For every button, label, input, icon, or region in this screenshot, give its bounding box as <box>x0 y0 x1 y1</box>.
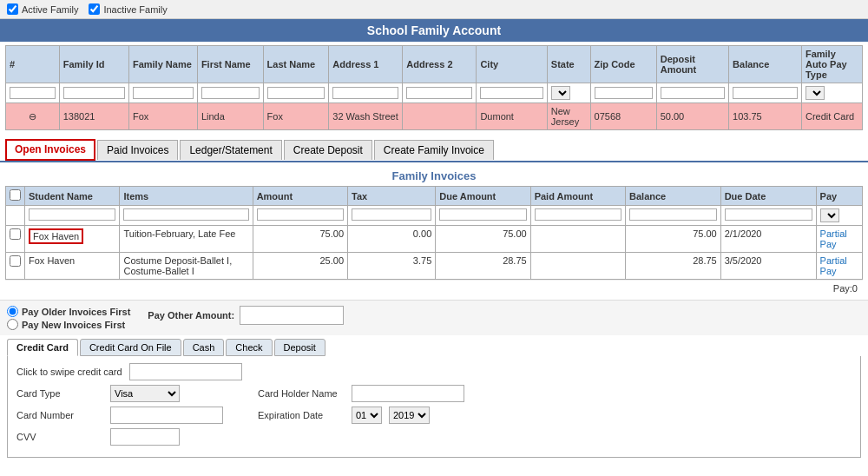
pay-total: Pay:0 <box>833 283 858 294</box>
col-tax: Tax <box>348 187 436 206</box>
filter-deposit[interactable] <box>661 87 725 99</box>
invoices-table: Student Name Items Amount Tax Due Amount… <box>5 186 863 280</box>
pay-order-options: Pay Older Invoices First Pay New Invoice… <box>7 306 130 330</box>
row-state: New Jersey <box>547 103 590 130</box>
filter-autopay[interactable] <box>806 86 825 100</box>
family-table: # Family Id Family Name First Name Last … <box>5 45 863 130</box>
tab-open-invoices[interactable]: Open Invoices <box>5 139 95 161</box>
filter-due-date[interactable] <box>725 208 812 221</box>
filter-family-id[interactable] <box>63 87 125 99</box>
filter-first-name[interactable] <box>201 87 260 99</box>
pay-new-first-radio[interactable] <box>7 319 18 330</box>
col-balance: Balance <box>729 46 802 83</box>
filter-student-name[interactable] <box>29 208 115 221</box>
card-number-input[interactable] <box>110 407 223 424</box>
filter-due-amount[interactable] <box>439 208 526 221</box>
card-number-label: Card Number <box>16 410 103 420</box>
pay-total-row: Pay:0 <box>5 280 863 296</box>
card-holder-input[interactable] <box>352 385 464 402</box>
col-city: City <box>477 46 547 83</box>
col-student-name: Student Name <box>25 187 120 206</box>
main-table-wrap: # Family Id Family Name First Name Last … <box>0 42 868 134</box>
swipe-label: Click to swipe credit card <box>16 367 122 377</box>
filter-state[interactable] <box>551 86 570 100</box>
payment-tab-check[interactable]: Check <box>226 339 272 356</box>
active-family-checkbox[interactable] <box>7 3 18 15</box>
partial-pay-link-1[interactable]: Partial Pay <box>820 255 847 276</box>
filter-tax[interactable] <box>352 208 431 221</box>
col-zip: Zip Code <box>590 46 656 83</box>
filter-pay[interactable] <box>820 208 839 222</box>
card-type-row: Card Type Visa MasterCard Amex Discover <box>16 385 223 402</box>
select-all-checkbox[interactable] <box>10 189 21 201</box>
row-family-id: 138021 <box>59 103 128 130</box>
payment-options-section: Pay Older Invoices First Pay New Invoice… <box>0 300 868 335</box>
col-address1: Address 1 <box>329 46 403 83</box>
filter-hash[interactable] <box>10 87 56 99</box>
page-title: School Family Account <box>0 19 868 42</box>
td-items: Tuition-February, Late Fee <box>120 226 253 253</box>
filter-balance[interactable] <box>733 87 798 99</box>
pay-older-first-text: Pay Older Invoices First <box>22 307 130 317</box>
inactive-family-checkbox-label[interactable]: Inactive Family <box>89 3 167 15</box>
exp-month-select[interactable]: 01020304 05060708 09101112 <box>352 407 382 424</box>
card-type-label: Card Type <box>16 388 103 399</box>
active-family-checkbox-label[interactable]: Active Family <box>7 3 78 15</box>
filter-family-name[interactable] <box>133 87 194 99</box>
card-holder-label: Card Holder Name <box>258 388 345 399</box>
tab-paid-invoices[interactable]: Paid Invoices <box>97 140 178 160</box>
row-autopay: Credit Card <box>801 103 862 130</box>
td-balance: 75.00 <box>626 226 721 253</box>
filter-city[interactable] <box>480 87 542 99</box>
filter-last-name[interactable] <box>267 87 326 99</box>
cvv-label: CVV <box>16 432 103 442</box>
partial-pay-link-0[interactable]: Partial Pay <box>820 228 847 249</box>
td-pay[interactable]: Partial Pay <box>816 226 862 253</box>
cvv-input[interactable] <box>110 428 180 446</box>
payment-tab-cash[interactable]: Cash <box>183 339 225 356</box>
top-bar: Active Family Inactive Family <box>0 0 868 19</box>
td-amount: 75.00 <box>253 226 347 253</box>
filter-address1[interactable] <box>332 87 398 99</box>
row-checkbox-1[interactable] <box>10 255 21 267</box>
row-minus[interactable]: ⊖ <box>6 103 60 130</box>
pay-new-first-label[interactable]: Pay New Invoices First <box>7 319 130 330</box>
row-first-name: Linda <box>197 103 263 130</box>
pay-other-input[interactable] <box>240 306 344 325</box>
payment-method-tabs: Credit Card Credit Card On File Cash Che… <box>0 335 868 356</box>
col-family-id: Family Id <box>59 46 128 83</box>
tab-create-family-invoice[interactable]: Create Family Invoice <box>374 140 494 160</box>
payment-tab-deposit[interactable]: Deposit <box>274 339 326 356</box>
filter-zip[interactable] <box>595 87 653 99</box>
exp-year-select[interactable]: 2019202020212022 202320242025 <box>389 407 430 424</box>
swipe-row: Click to swipe credit card <box>16 363 852 380</box>
nav-tabs: Open Invoices Paid Invoices Ledger/State… <box>0 134 868 162</box>
filter-items[interactable] <box>123 208 248 221</box>
filter-balance[interactable] <box>629 208 717 221</box>
filter-amount[interactable] <box>257 208 344 221</box>
inactive-family-checkbox[interactable] <box>89 3 100 15</box>
swipe-input[interactable] <box>129 363 242 380</box>
td-paid-amount <box>530 226 625 253</box>
tab-ledger[interactable]: Ledger/Statement <box>180 140 281 160</box>
payment-tab-credit-card-on-file[interactable]: Credit Card On File <box>80 339 181 356</box>
row-checkbox-0[interactable] <box>10 228 21 240</box>
pay-older-first-label[interactable]: Pay Older Invoices First <box>7 306 130 317</box>
col-pay: Pay <box>816 187 862 206</box>
student-name-outlined: Fox Haven <box>29 228 83 244</box>
tab-create-deposit[interactable]: Create Deposit <box>284 140 372 160</box>
payment-tab-credit-card[interactable]: Credit Card <box>7 339 78 356</box>
filter-address2[interactable] <box>406 87 472 99</box>
pay-new-first-text: Pay New Invoices First <box>22 320 125 330</box>
col-address2: Address 2 <box>403 46 477 83</box>
row-address2 <box>403 103 477 130</box>
filter-paid-amount[interactable] <box>535 208 621 221</box>
col-deposit: Deposit Amount <box>656 46 728 83</box>
inactive-family-label: Inactive Family <box>103 4 167 15</box>
row-deposit: 50.00 <box>656 103 728 130</box>
pay-older-first-radio[interactable] <box>7 306 18 317</box>
td-student-name: Fox Haven <box>25 253 120 280</box>
td-pay[interactable]: Partial Pay <box>816 253 862 280</box>
card-type-select[interactable]: Visa MasterCard Amex Discover <box>110 385 180 402</box>
col-amount: Amount <box>253 187 347 206</box>
